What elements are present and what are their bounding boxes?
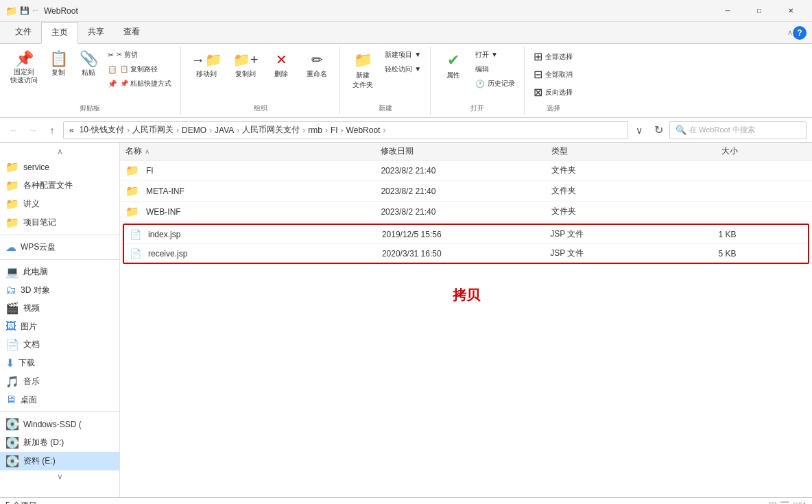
search-box[interactable]: 🔍 在 WebRoot 中搜索 xyxy=(669,121,807,139)
organize-items: →📁 移动到 📁+ 复制到 ✕ 删除 ✏ 重命名 xyxy=(187,48,335,101)
sidebar-item-project[interactable]: 📁 项目笔记 xyxy=(0,213,119,232)
address-bar: ← → ↑ « 10-快钱支付 › 人民币网关 › DEMO › JAVA › … xyxy=(0,118,812,143)
status-right: ⊞ ☰ @51 xyxy=(768,499,807,504)
sidebar-item-thispc[interactable]: 💻 此电脑 xyxy=(0,263,119,281)
copy-path-button[interactable]: 📋 📋 复制路径 xyxy=(104,62,175,76)
tab-view[interactable]: 查看 xyxy=(114,22,150,43)
pin-button[interactable]: 📌 固定到快速访问 xyxy=(5,48,43,88)
sidebar-scroll-up[interactable]: ∧ xyxy=(0,145,119,158)
new-group: 📁 新建文件夹 新建项目 ▼ 轻松访问 ▼ 新建 xyxy=(340,47,431,115)
sidebar-item-wps[interactable]: ☁ WPS云盘 xyxy=(0,238,119,256)
ribbon-collapse-icon[interactable]: ∧ xyxy=(787,28,793,37)
open-small-group: 打开 ▼ 编辑 🕐 历史记录 xyxy=(472,48,518,91)
sidebar-item-pictures[interactable]: 🖼 图片 xyxy=(0,317,119,335)
path-segment-1[interactable]: 10-快钱支付 xyxy=(80,124,124,136)
new-label: 新建 xyxy=(379,101,392,113)
sort-indicator: ∧ xyxy=(145,147,150,155)
deselect-all-button[interactable]: ⊟ 全部取消 xyxy=(530,66,576,83)
copy-button[interactable]: 📋 复制 xyxy=(44,48,73,81)
title-bar-icons: 📁 💾 ↩ xyxy=(5,5,38,16)
sidebar-item-music[interactable]: 🎵 音乐 xyxy=(0,372,119,391)
easy-access-button[interactable]: 轻松访问 ▼ xyxy=(381,62,425,76)
move-to-button[interactable]: →📁 移动到 xyxy=(187,48,227,82)
table-row[interactable]: 📄 index.jsp 2019/12/5 15:56 JSP 文件 1 KB xyxy=(124,225,808,244)
path-segment-3[interactable]: DEMO xyxy=(182,125,206,135)
sidebar-item-3d[interactable]: 🗂 3D 对象 xyxy=(0,281,119,299)
history-button[interactable]: 🕐 历史记录 xyxy=(472,77,518,91)
sidebar-item-drive-e[interactable]: 💽 资料 (E:) xyxy=(0,452,119,470)
path-segment-6[interactable]: rmb xyxy=(308,125,322,135)
dropdown-button[interactable]: ∨ xyxy=(631,122,647,139)
tab-file[interactable]: 文件 xyxy=(5,22,41,43)
sidebar-item-desktop[interactable]: 🖥 桌面 xyxy=(0,391,119,409)
header-size[interactable]: 大小 xyxy=(721,145,807,157)
status-icon-0[interactable]: ⊞ xyxy=(768,499,777,504)
sidebar-item-config[interactable]: 📁 各种配置文件 xyxy=(0,176,119,195)
back-button[interactable]: ← xyxy=(5,122,22,139)
path-sep-1: › xyxy=(127,125,130,135)
file-label-index: index.jsp xyxy=(148,230,180,239)
delete-button[interactable]: ✕ 删除 xyxy=(264,48,298,82)
refresh-button[interactable]: ↻ xyxy=(650,122,667,139)
header-type[interactable]: 类型 xyxy=(551,145,721,157)
close-button[interactable]: ✕ xyxy=(775,0,807,22)
sidebar-item-windows-ssd[interactable]: 💽 Windows-SSD ( xyxy=(0,415,119,433)
forward-button[interactable]: → xyxy=(25,122,41,139)
select-all-button[interactable]: ⊞ 全部选择 xyxy=(530,48,576,65)
header-name[interactable]: 名称 ∧ xyxy=(126,145,381,157)
sidebar-label-music: 音乐 xyxy=(23,376,40,387)
sidebar-item-documents[interactable]: 📄 文档 xyxy=(0,335,119,354)
path-sep-3: › xyxy=(209,125,212,135)
wps-icon: ☁ xyxy=(5,241,16,254)
status-icon-1[interactable]: ☰ xyxy=(780,499,789,504)
deselect-all-label: 全部取消 xyxy=(545,70,573,80)
new-folder-button[interactable]: 📁 新建文件夹 xyxy=(346,48,380,93)
path-sep-7: › xyxy=(341,125,344,135)
address-path[interactable]: « 10-快钱支付 › 人民币网关 › DEMO › JAVA › 人民币网关支… xyxy=(63,121,628,139)
tab-share[interactable]: 共享 xyxy=(78,22,114,43)
drive-c-icon: 💽 xyxy=(5,418,19,431)
table-row[interactable]: 📁 WEB-INF 2023/8/2 21:40 文件夹 xyxy=(120,202,812,222)
copy-to-button[interactable]: 📁+ 复制到 xyxy=(228,48,263,82)
path-segment-5[interactable]: 人民币网关支付 xyxy=(242,124,300,136)
folder-icon-handouts: 📁 xyxy=(5,197,19,211)
maximize-button[interactable]: □ xyxy=(743,0,775,22)
delete-icon: ✕ xyxy=(276,51,287,68)
tab-home[interactable]: 主页 xyxy=(41,22,78,44)
sidebar-label-desktop: 桌面 xyxy=(21,394,37,406)
sidebar-item-drive-d[interactable]: 💽 新加卷 (D:) xyxy=(0,433,119,452)
path-segment-0[interactable]: « xyxy=(69,125,74,135)
header-date[interactable]: 修改日期 xyxy=(381,145,551,157)
paste-button[interactable]: 📎 粘贴 xyxy=(74,48,103,81)
rename-button[interactable]: ✏ 重命名 xyxy=(300,48,334,82)
cut-button[interactable]: ✂ ✂ 剪切 xyxy=(104,48,175,62)
sidebar-scroll-down[interactable]: ∨ xyxy=(0,470,119,483)
sidebar-item-videos[interactable]: 🎬 视频 xyxy=(0,299,119,317)
sidebar-divider-2 xyxy=(0,259,119,260)
open-button[interactable]: 打开 ▼ xyxy=(472,48,518,62)
edit-button[interactable]: 编辑 xyxy=(472,62,518,76)
copy-to-label: 复制到 xyxy=(235,69,256,79)
sidebar-item-handouts[interactable]: 📁 讲义 xyxy=(0,195,119,213)
paste-label: 粘贴 xyxy=(82,68,95,77)
path-segment-2[interactable]: 人民币网关 xyxy=(132,124,174,136)
up-button[interactable]: ↑ xyxy=(44,122,60,139)
sidebar-item-downloads[interactable]: ⬇ 下载 xyxy=(0,354,119,372)
copy-path-label: 📋 复制路径 xyxy=(120,64,158,74)
path-segment-7[interactable]: FI xyxy=(331,125,338,135)
sidebar-item-service[interactable]: 📁 service xyxy=(0,158,119,176)
invert-button[interactable]: ⊠ 反向选择 xyxy=(530,84,576,101)
table-row[interactable]: 📄 receive.jsp 2020/3/31 16:50 JSP 文件 5 K… xyxy=(124,244,808,263)
sidebar-label-windows-ssd: Windows-SSD ( xyxy=(23,420,82,429)
new-folder-label: 新建文件夹 xyxy=(353,71,373,90)
table-row[interactable]: 📁 FI 2023/8/2 21:40 文件夹 xyxy=(120,160,812,181)
table-row[interactable]: 📁 META-INF 2023/8/2 21:40 文件夹 xyxy=(120,181,812,202)
path-segment-8[interactable]: WebRoot xyxy=(346,125,381,135)
delete-label: 删除 xyxy=(274,69,288,79)
path-segment-4[interactable]: JAVA xyxy=(215,125,234,135)
new-item-button[interactable]: 新建项目 ▼ xyxy=(381,48,425,62)
paste-shortcut-button[interactable]: 📌 📌 粘贴快捷方式 xyxy=(104,77,175,91)
help-button[interactable]: ? xyxy=(793,26,807,40)
minimize-button[interactable]: ─ xyxy=(712,0,743,22)
properties-button[interactable]: ✔ 属性 xyxy=(436,48,470,84)
